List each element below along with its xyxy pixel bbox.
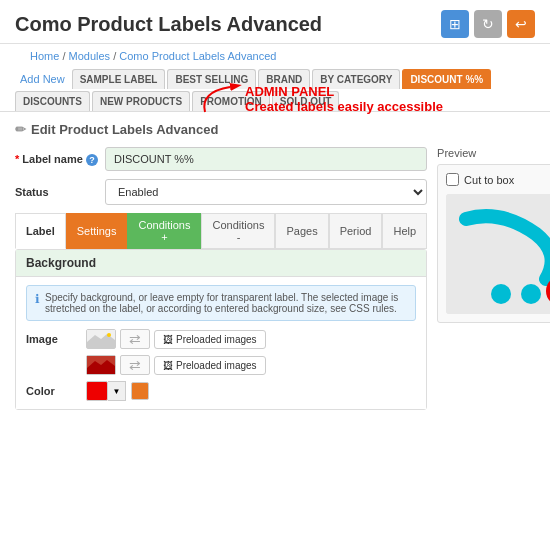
nav-tab-sold-out[interactable]: SOLD OUT xyxy=(272,91,340,111)
page-title: Como Product Labels Advanced xyxy=(15,13,322,36)
background-panel-header: Background xyxy=(16,250,426,277)
breadcrumb: Home / Modules / Como Product Labels Adv… xyxy=(15,47,535,65)
svg-point-6 xyxy=(521,284,541,304)
status-label: Status xyxy=(15,186,105,198)
pencil-icon: ✏ xyxy=(15,122,26,137)
nav-tab-discounts[interactable]: DISCOUNTS xyxy=(15,91,90,111)
preloaded-img-icon-1: 🖼 xyxy=(163,334,173,345)
status-select[interactable]: Enabled Disabled xyxy=(105,179,427,205)
svg-point-5 xyxy=(491,284,511,304)
cut-to-box-label: Cut to box xyxy=(464,174,514,186)
tab-settings[interactable]: Settings xyxy=(66,213,128,249)
nav-tab-discount[interactable]: DISCOUNT %% xyxy=(402,69,491,89)
cut-to-box-checkbox[interactable] xyxy=(446,173,459,186)
color-dropdown[interactable]: ▼ xyxy=(108,381,126,401)
grid-button[interactable]: ⊞ xyxy=(441,10,469,38)
breadcrumb-link[interactable]: Como Product Labels Advanced xyxy=(119,50,276,62)
content-area: ✏ Edit Product Labels Advanced * Label n… xyxy=(0,112,550,420)
label-name-input[interactable] xyxy=(105,147,427,171)
nav-tab-by-category[interactable]: BY CATEGORY xyxy=(312,69,400,89)
label-name-help-icon[interactable]: ? xyxy=(86,154,98,166)
image-row-1: Image ⇄ 🖼 Preloaded images xyxy=(26,329,416,349)
preloaded-btn-1[interactable]: 🖼 Preloaded images xyxy=(154,330,266,349)
left-panel: * Label name ? Status Enabled Disabled L… xyxy=(15,147,427,410)
refresh-button[interactable]: ↻ xyxy=(474,10,502,38)
background-panel-body: ℹ Specify background, or leave empty for… xyxy=(16,277,426,409)
image-row-2: ⇄ 🖼 Preloaded images xyxy=(26,355,416,375)
nav-tabs-row: Add New SAMPLE LABEL BEST SELLING BRAND … xyxy=(0,65,550,112)
add-new-link[interactable]: Add New xyxy=(15,71,70,87)
preview-box: Cut to box 20% xyxy=(437,164,550,323)
editor-tabs-row: Label Settings Conditions + Conditions -… xyxy=(15,213,427,249)
label-name-row: * Label name ? xyxy=(15,147,427,171)
info-text: Specify background, or leave empty for t… xyxy=(45,292,407,314)
img-thumb-1a xyxy=(86,329,116,349)
color-row: Color ▼ xyxy=(26,381,416,401)
color-swatch-red[interactable] xyxy=(86,381,108,401)
main-layout: * Label name ? Status Enabled Disabled L… xyxy=(15,147,535,410)
page-wrapper: Como Product Labels Advanced ⊞ ↻ ↩ Home … xyxy=(0,0,550,550)
right-panel: Preview Cut to box xyxy=(437,147,550,410)
nav-tab-brand[interactable]: BRAND xyxy=(258,69,310,89)
img-thumb-2a xyxy=(86,355,116,375)
info-icon: ℹ xyxy=(35,292,40,306)
tab-period[interactable]: Period xyxy=(329,213,383,249)
tab-conditions-plus[interactable]: Conditions + xyxy=(127,213,201,249)
nav-tab-promotion[interactable]: PROMOTION xyxy=(192,91,270,111)
label-name-label: * Label name ? xyxy=(15,153,105,166)
breadcrumb-modules[interactable]: Modules xyxy=(69,50,111,62)
breadcrumb-home[interactable]: Home xyxy=(30,50,59,62)
top-header: Como Product Labels Advanced ⊞ ↻ ↩ xyxy=(0,0,550,44)
back-button[interactable]: ↩ xyxy=(507,10,535,38)
preview-label: Preview xyxy=(437,147,550,159)
nav-tab-best-selling[interactable]: BEST SELLING xyxy=(167,69,256,89)
preloaded-img-icon-2: 🖼 xyxy=(163,360,173,371)
color-controls: ▼ xyxy=(86,381,149,401)
header-icons: ⊞ ↻ ↩ xyxy=(441,10,535,38)
img-thumb-2b: ⇄ xyxy=(120,355,150,375)
cart-svg xyxy=(446,194,550,314)
tab-conditions-minus[interactable]: Conditions - xyxy=(201,213,275,249)
preloaded-btn-2[interactable]: 🖼 Preloaded images xyxy=(154,356,266,375)
color-small-swatch[interactable] xyxy=(131,382,149,400)
tab-label[interactable]: Label xyxy=(15,213,66,249)
image-thumbs-1: ⇄ 🖼 Preloaded images xyxy=(86,329,266,349)
background-panel: Background ℹ Specify background, or leav… xyxy=(15,249,427,410)
nav-tab-sample-label[interactable]: SAMPLE LABEL xyxy=(72,69,166,89)
color-label: Color xyxy=(26,385,86,397)
image-thumbs-2: ⇄ 🖼 Preloaded images xyxy=(86,355,266,375)
info-box: ℹ Specify background, or leave empty for… xyxy=(26,285,416,321)
svg-point-2 xyxy=(107,333,111,337)
img-thumb-1b: ⇄ xyxy=(120,329,150,349)
tab-pages[interactable]: Pages xyxy=(275,213,328,249)
tab-help[interactable]: Help xyxy=(382,213,427,249)
status-row: Status Enabled Disabled xyxy=(15,179,427,205)
preview-image-area: 20% xyxy=(446,194,550,314)
image-label: Image xyxy=(26,333,86,345)
section-heading: ✏ Edit Product Labels Advanced xyxy=(15,122,535,137)
cut-to-box-row: Cut to box xyxy=(446,173,550,186)
nav-tab-new-products[interactable]: NEW PRODUCTS xyxy=(92,91,190,111)
